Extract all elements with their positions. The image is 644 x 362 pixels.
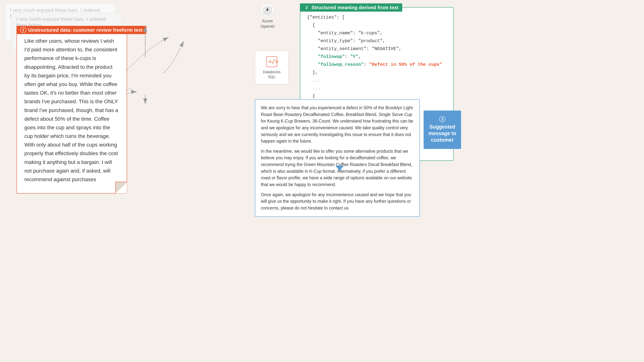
- svg-text:</>: </>: [268, 58, 278, 65]
- json-line-2: {: [307, 21, 446, 29]
- json-line-6: "followup": "Y",: [307, 53, 446, 61]
- azure-openai-logo: [261, 3, 274, 17]
- message-paragraph-1: We are sorry to hear that you experience…: [261, 104, 414, 145]
- message-down-arrow: [336, 166, 344, 171]
- suggested-message-label: 3 Suggested message to customer: [424, 110, 461, 149]
- review-card-title: Unstructured data: customer review freef…: [28, 27, 143, 33]
- svg-point-1: [267, 10, 268, 11]
- json-ellipsis-2: ...: [307, 84, 446, 92]
- structured-card-title: Structured meaning derived from text: [312, 5, 398, 10]
- review-card: 1 Unstructured data: customer review fre…: [16, 30, 127, 194]
- json-ellipsis-1: ...: [307, 76, 446, 84]
- structured-card-label: 2 Structured meaning derived from text: [300, 3, 402, 12]
- badge-2: 2: [304, 4, 310, 10]
- json-line-5: "entity_sentiment": "NEGATIVE",: [307, 45, 446, 53]
- bg-text-line2: I very much enjoyed these bars. I ordere…: [12, 13, 122, 28]
- json-line-1: {"entities": [: [307, 14, 446, 21]
- message-card-body: We are sorry to hear that you experience…: [255, 100, 420, 216]
- badge-1: 1: [20, 27, 26, 33]
- review-card-label: 1 Unstructured data: customer review fre…: [16, 26, 146, 34]
- json-line-3: "entity_name": "k-cups",: [307, 29, 446, 37]
- message-paragraph-3: Once again, we apologize for any inconve…: [261, 192, 414, 212]
- badge-3: 3: [439, 116, 445, 122]
- databricks-box: </> DatabricksSQL: [255, 50, 289, 84]
- azure-openai-container: AzureOpenAI: [260, 3, 274, 29]
- azure-openai-label: AzureOpenAI: [260, 18, 274, 29]
- review-card-body: Like other users, whose reviews I wish I…: [17, 30, 127, 193]
- databricks-label: DatabricksSQL: [263, 70, 280, 79]
- json-line-8: },: [307, 68, 446, 76]
- json-line-4: "entity_type": "product",: [307, 37, 446, 45]
- databricks-icon: </>: [266, 56, 278, 68]
- json-line-9: {: [307, 92, 446, 100]
- json-line-7: "followup_reason": "Defect in 50% of the…: [307, 61, 446, 68]
- message-card: We are sorry to hear that you experience…: [255, 99, 420, 217]
- suggested-message-title: Suggested message to customer: [427, 124, 457, 143]
